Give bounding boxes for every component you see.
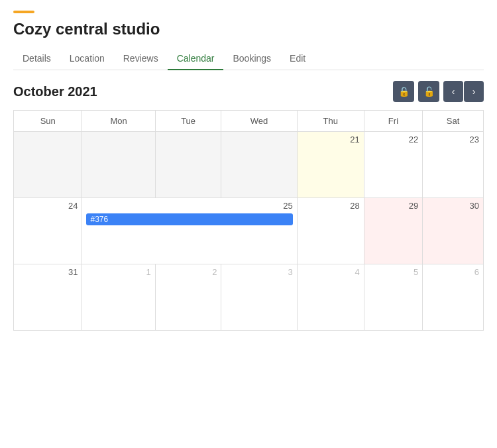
day-number: 6 bbox=[427, 267, 479, 277]
page-title: Cozy central studio bbox=[13, 20, 484, 38]
lock-open-icon: 🔓 bbox=[423, 86, 435, 97]
day-number: 5 bbox=[368, 267, 418, 277]
day-number: 31 bbox=[18, 267, 78, 277]
day-number: 2 bbox=[160, 267, 217, 277]
booking-bar[interactable]: #376 bbox=[86, 213, 292, 225]
col-fri: Fri bbox=[364, 111, 422, 132]
table-row[interactable]: 25#376 bbox=[82, 198, 297, 264]
table-row[interactable]: 5 bbox=[364, 264, 422, 331]
day-number: 24 bbox=[18, 201, 78, 211]
day-number: 22 bbox=[368, 135, 418, 144]
table-row[interactable] bbox=[155, 132, 221, 198]
header-controls: 🔒 🔓 ‹ › bbox=[393, 81, 484, 102]
day-number: 3 bbox=[225, 267, 292, 277]
day-number: 23 bbox=[427, 135, 479, 144]
tab-edit[interactable]: Edit bbox=[280, 48, 315, 70]
col-wed: Wed bbox=[221, 111, 297, 132]
tab-location[interactable]: Location bbox=[60, 48, 114, 70]
table-row[interactable] bbox=[221, 132, 297, 198]
calendar-header: October 2021 🔒 🔓 ‹ › bbox=[13, 81, 484, 102]
calendar-week-0: 212223 bbox=[14, 132, 484, 198]
lock-open-button[interactable]: 🔓 bbox=[418, 81, 439, 102]
day-number: 29 bbox=[368, 201, 418, 211]
table-row[interactable]: 31 bbox=[14, 264, 82, 331]
table-row[interactable]: 24 bbox=[14, 198, 82, 264]
table-row[interactable]: 3 bbox=[221, 264, 297, 331]
table-row[interactable]: 21 bbox=[297, 132, 364, 198]
table-row[interactable]: 1 bbox=[82, 264, 155, 331]
accent-bar bbox=[13, 11, 34, 13]
col-mon: Mon bbox=[82, 111, 155, 132]
prev-month-button[interactable]: ‹ bbox=[443, 81, 463, 102]
day-number: 1 bbox=[86, 267, 150, 277]
calendar-week-1: 2425#376282930 bbox=[14, 198, 484, 264]
table-row[interactable]: 29 bbox=[364, 198, 422, 264]
tab-bookings[interactable]: Bookings bbox=[223, 48, 280, 70]
nav-group: ‹ › bbox=[443, 81, 484, 102]
day-number: 28 bbox=[302, 201, 360, 211]
chevron-right-icon: › bbox=[472, 86, 476, 97]
table-row[interactable] bbox=[82, 132, 155, 198]
lock-closed-button[interactable]: 🔒 bbox=[393, 81, 414, 102]
day-number: 30 bbox=[427, 201, 479, 211]
col-thu: Thu bbox=[297, 111, 364, 132]
calendar-table: Sun Mon Tue Wed Thu Fri Sat 2122232425#3… bbox=[13, 110, 484, 331]
table-row[interactable] bbox=[14, 132, 82, 198]
col-sun: Sun bbox=[14, 111, 82, 132]
table-row[interactable]: 6 bbox=[423, 264, 484, 331]
table-row[interactable]: 4 bbox=[297, 264, 364, 331]
table-row[interactable]: 30 bbox=[423, 198, 484, 264]
lock-closed-icon: 🔒 bbox=[398, 86, 410, 97]
table-row[interactable]: 23 bbox=[423, 132, 484, 198]
col-sat: Sat bbox=[423, 111, 484, 132]
tab-calendar[interactable]: Calendar bbox=[168, 48, 224, 70]
day-number: 25 bbox=[86, 201, 292, 211]
day-number: 4 bbox=[302, 267, 360, 277]
calendar-title: October 2021 bbox=[13, 84, 97, 99]
col-tue: Tue bbox=[155, 111, 221, 132]
next-month-button[interactable]: › bbox=[464, 81, 484, 102]
calendar-week-2: 31123456 bbox=[14, 264, 484, 331]
tab-reviews[interactable]: Reviews bbox=[114, 48, 168, 70]
calendar-header-row: Sun Mon Tue Wed Thu Fri Sat bbox=[14, 111, 484, 132]
day-number: 21 bbox=[302, 135, 360, 144]
table-row[interactable]: 22 bbox=[364, 132, 422, 198]
table-row[interactable]: 28 bbox=[297, 198, 364, 264]
table-row[interactable]: 2 bbox=[155, 264, 221, 331]
tab-bar: Details Location Reviews Calendar Bookin… bbox=[13, 48, 484, 70]
tab-details[interactable]: Details bbox=[13, 48, 60, 70]
chevron-left-icon: ‹ bbox=[452, 86, 455, 97]
